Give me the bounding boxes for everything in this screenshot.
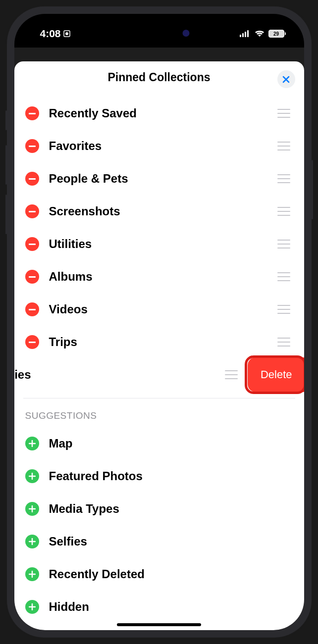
add-icon[interactable] [25, 502, 39, 516]
cellular-icon [240, 30, 251, 37]
sheet-title: Pinned Collections [107, 71, 210, 84]
status-time: 4:08 [40, 28, 61, 40]
add-icon[interactable] [25, 567, 39, 581]
phone-frame: 4:08 29 [7, 6, 312, 638]
item-label: Favorites [49, 139, 267, 153]
list-item[interactable]: Videos [14, 293, 304, 326]
item-label: Recently Saved [49, 106, 267, 120]
list-item[interactable]: Albums [14, 260, 304, 293]
item-label: emories [14, 368, 225, 382]
add-icon[interactable] [25, 437, 39, 450]
remove-icon[interactable] [25, 106, 39, 120]
list-item[interactable]: Favorites [14, 130, 304, 162]
item-label: Recently Deleted [49, 567, 290, 581]
modal-sheet: Pinned Collections Recently Saved Favori… [14, 61, 304, 630]
item-label: Trips [49, 335, 267, 349]
battery-icon: 29 [268, 30, 284, 38]
list-item[interactable]: Media Types [14, 493, 304, 525]
drag-handle-icon[interactable] [277, 272, 290, 281]
home-indicator[interactable] [117, 623, 201, 626]
list-item-swiped[interactable]: emories Delete [14, 358, 304, 391]
remove-icon[interactable] [25, 270, 39, 284]
item-label: Map [49, 437, 290, 450]
list-item[interactable]: Recently Deleted [14, 558, 304, 591]
screen-recording-icon [63, 30, 71, 38]
add-icon[interactable] [25, 535, 39, 548]
list-item[interactable]: Utilities [14, 228, 304, 260]
add-icon[interactable] [25, 600, 39, 614]
list-item[interactable]: People & Pets [14, 162, 304, 195]
list-item[interactable]: Screenshots [14, 195, 304, 228]
svg-rect-4 [245, 32, 246, 37]
svg-rect-2 [240, 35, 241, 37]
item-label: Media Types [49, 502, 290, 516]
remove-icon[interactable] [25, 237, 39, 251]
dynamic-island [121, 23, 198, 44]
drag-handle-icon[interactable] [277, 207, 290, 216]
list-item[interactable]: Map [14, 427, 304, 460]
drag-handle-icon[interactable] [277, 305, 290, 314]
item-label: Featured Photos [49, 469, 290, 483]
svg-rect-3 [242, 33, 244, 37]
remove-icon[interactable] [25, 204, 39, 218]
drag-handle-icon[interactable] [277, 240, 290, 248]
drag-handle-icon[interactable] [277, 142, 290, 150]
item-label: Videos [49, 302, 267, 316]
drag-handle-icon[interactable] [277, 109, 290, 118]
sheet-header: Pinned Collections [14, 61, 304, 93]
item-label: Hidden [49, 600, 290, 614]
remove-icon[interactable] [25, 335, 39, 349]
list-item[interactable]: Featured Photos [14, 460, 304, 493]
close-icon [282, 76, 290, 83]
svg-rect-5 [247, 30, 249, 37]
list-item[interactable]: Hidden [14, 591, 304, 623]
delete-button[interactable]: Delete [248, 357, 304, 392]
list-item[interactable]: Recently Saved [14, 97, 304, 130]
drag-handle-icon[interactable] [277, 338, 290, 347]
remove-icon[interactable] [25, 302, 39, 316]
item-label: Screenshots [49, 204, 267, 218]
close-button[interactable] [277, 70, 295, 88]
drag-handle-icon[interactable] [225, 370, 238, 379]
pinned-list: Recently Saved Favorites People & Pets S… [14, 93, 304, 627]
list-item[interactable]: Trips [14, 326, 304, 358]
section-header: SUGGESTIONS [14, 398, 304, 427]
list-item[interactable]: Selfies [14, 525, 304, 558]
item-label: Selfies [49, 535, 290, 548]
item-label: Albums [49, 270, 267, 284]
remove-icon[interactable] [25, 139, 39, 153]
svg-point-1 [65, 32, 68, 35]
screen: 4:08 29 [14, 14, 304, 630]
add-icon[interactable] [25, 469, 39, 483]
remove-icon[interactable] [25, 172, 39, 186]
drag-handle-icon[interactable] [277, 174, 290, 183]
item-label: Utilities [49, 237, 267, 251]
wifi-icon [255, 30, 265, 38]
item-label: People & Pets [49, 172, 267, 186]
